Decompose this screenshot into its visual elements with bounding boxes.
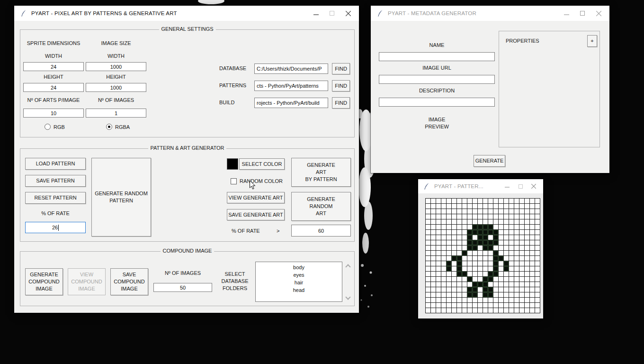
pattern-cell[interactable] [462,240,467,246]
num-images-input[interactable]: 1 [86,109,146,118]
pattern-cell[interactable] [499,235,504,240]
pattern-cell[interactable] [478,199,483,204]
pattern-cell[interactable] [431,225,436,230]
pattern-cell-filled[interactable] [447,266,452,272]
generate-metadata-button[interactable]: GENERATE [474,155,505,167]
compound-num-images-input[interactable]: 50 [153,283,212,292]
pattern-cell[interactable] [493,303,499,308]
pattern-cell[interactable] [436,225,441,230]
pattern-cell-filled[interactable] [478,240,483,246]
pattern-cell[interactable] [509,272,514,277]
pattern-cell[interactable] [504,282,509,287]
pattern-cell[interactable] [441,303,447,308]
pattern-cell[interactable] [462,256,467,261]
patterns-find-button[interactable]: FIND [332,80,350,91]
pattern-cell[interactable] [426,219,431,225]
database-find-button[interactable]: FIND [332,63,350,74]
pattern-cell[interactable] [447,251,452,256]
pattern-cell[interactable] [462,261,467,266]
pattern-cell[interactable] [436,230,441,235]
pattern-cell[interactable] [436,287,441,292]
pattern-cell[interactable] [509,266,514,272]
pattern-cell[interactable] [436,292,441,298]
pattern-cell[interactable] [519,272,525,277]
pattern-cell[interactable] [499,272,504,277]
pattern-cell[interactable] [478,287,483,292]
pattern-cell-filled[interactable] [488,287,493,292]
pattern-cell[interactable] [530,214,535,219]
pattern-cell[interactable] [483,219,488,225]
pattern-cell[interactable] [530,298,535,303]
name-input[interactable] [379,52,495,61]
pattern-cell[interactable] [441,272,447,277]
pattern-cell[interactable] [431,256,436,261]
pattern-cell-filled[interactable] [467,230,473,235]
pattern-cell[interactable] [504,308,509,313]
pattern-cell-filled[interactable] [473,246,478,251]
pattern-cell-filled[interactable] [499,256,504,261]
pattern-cell-filled[interactable] [473,282,478,287]
pattern-cell[interactable] [514,240,519,246]
pattern-cell[interactable] [504,204,509,209]
pattern-cell[interactable] [436,240,441,246]
pattern-cell[interactable] [525,209,530,214]
pattern-cell[interactable] [499,230,504,235]
pattern-cell[interactable] [499,261,504,266]
pattern-cell[interactable] [447,246,452,251]
pattern-cell[interactable] [467,298,473,303]
pattern-cell-filled[interactable] [473,225,478,230]
pattern-cell[interactable] [488,303,493,308]
pattern-cell[interactable] [436,199,441,204]
pattern-cell[interactable] [457,303,462,308]
pattern-cell[interactable] [436,209,441,214]
pattern-cell[interactable] [462,225,467,230]
pattern-cell[interactable] [483,251,488,256]
pattern-cell[interactable] [493,219,499,225]
pattern-cell[interactable] [467,303,473,308]
pattern-cell[interactable] [530,282,535,287]
pattern-cell[interactable] [441,282,447,287]
pattern-cell[interactable] [426,277,431,282]
folder-item[interactable]: head [256,286,342,294]
pattern-cell[interactable] [499,308,504,313]
pattern-cell-filled[interactable] [467,246,473,251]
rate2-input[interactable]: 60 [291,225,351,237]
pattern-cell[interactable] [473,199,478,204]
pattern-cell[interactable] [514,308,519,313]
pattern-cell[interactable] [452,214,457,219]
pattern-cell[interactable] [509,204,514,209]
generate-compound-image-button[interactable]: GENERATE COMPOUND IMAGE [25,268,63,295]
maximize-button[interactable] [514,179,527,193]
pattern-cell[interactable] [504,235,509,240]
pattern-cell[interactable] [431,235,436,240]
pattern-cell[interactable] [426,261,431,266]
pattern-cell[interactable] [535,272,540,277]
save-compound-image-button[interactable]: SAVE COMPOUND IMAGE [110,268,148,295]
pattern-cell-filled[interactable] [483,240,488,246]
pattern-cell[interactable] [535,292,540,298]
pattern-cell[interactable] [431,246,436,251]
pattern-cell[interactable] [462,230,467,235]
pattern-cell[interactable] [499,219,504,225]
pattern-cell-filled[interactable] [467,287,473,292]
pattern-cell[interactable] [452,225,457,230]
pattern-cell[interactable] [535,246,540,251]
pattern-cell[interactable] [530,308,535,313]
pattern-cell[interactable] [478,277,483,282]
pattern-cell[interactable] [535,298,540,303]
pattern-cell-filled[interactable] [493,272,499,277]
pattern-cell[interactable] [436,298,441,303]
pattern-cell-filled[interactable] [473,292,478,298]
pattern-cell[interactable] [519,303,525,308]
pattern-cell[interactable] [452,266,457,272]
pattern-cell[interactable] [436,282,441,287]
pattern-cell[interactable] [535,256,540,261]
pattern-cell[interactable] [483,303,488,308]
pattern-cell[interactable] [426,256,431,261]
pattern-cell[interactable] [441,199,447,204]
pattern-cell[interactable] [530,225,535,230]
pattern-cell[interactable] [483,209,488,214]
pattern-titlebar[interactable]: PYART - PATTER... [418,179,543,193]
pattern-cell[interactable] [478,266,483,272]
pattern-cell[interactable] [467,225,473,230]
